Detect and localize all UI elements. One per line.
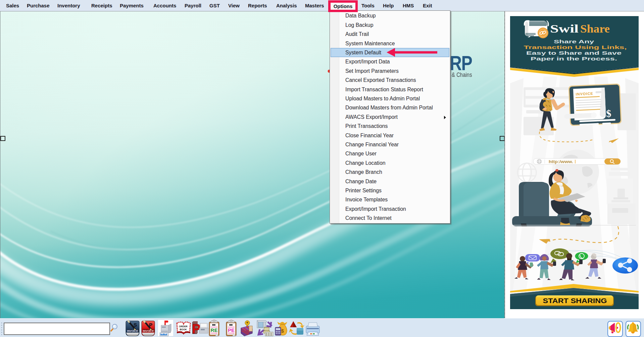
svg-text:PE: PE <box>228 327 235 333</box>
svg-text:Transaction Using Links,: Transaction Using Links, <box>524 44 627 50</box>
svg-text:RE: RE <box>211 327 218 333</box>
svg-text:INVOICE: INVOICE <box>576 91 593 96</box>
svg-text:$: $ <box>606 108 611 119</box>
svg-text:Easy to Share and Save: Easy to Share and Save <box>526 50 622 56</box>
svg-text:Swil: Swil <box>550 22 579 35</box>
svg-text:BOOK: BOOK <box>180 328 187 331</box>
svg-text:Paper in the Process.: Paper in the Process. <box>531 56 617 61</box>
svg-text:ORDER: ORDER <box>179 325 187 328</box>
svg-text:START SHARING: START SHARING <box>543 297 607 304</box>
svg-text:$: $ <box>281 328 284 334</box>
svg-text:INVOICE: INVOICE <box>127 329 138 333</box>
svg-text:INVOICE: INVOICE <box>143 329 154 333</box>
svg-text:http:/www.: http:/www. <box>549 159 573 164</box>
svg-text:Share: Share <box>580 22 610 35</box>
svg-text:Share Any: Share Any <box>554 39 594 44</box>
